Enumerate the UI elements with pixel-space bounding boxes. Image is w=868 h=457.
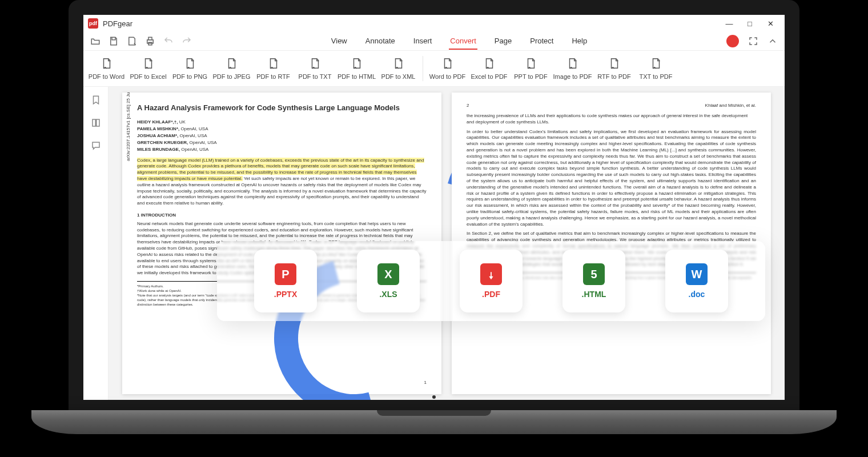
abstract: Codex, a large language model (LLM) trai… (137, 158, 427, 207)
format-card-pdf: .PDF (460, 250, 523, 312)
page-number: 1 (424, 380, 427, 386)
ribbon-pdf-to-rtf[interactable]: PDF to RTF (252, 51, 294, 86)
ribbon-rtf-to-pdf[interactable]: RTF to PDF (593, 51, 635, 86)
ribbon-convert: PDF to WordPDF to ExcelPDF to PNGPDF to … (83, 50, 785, 87)
ribbon-pdf-to-png[interactable]: PDF to PNG (169, 51, 211, 86)
app-icon: pdf (88, 18, 98, 29)
collapse-ribbon-icon[interactable] (767, 36, 778, 46)
paper-title: A Hazard Analysis Framework for Code Syn… (137, 103, 427, 113)
comment-icon[interactable] (91, 141, 101, 151)
ribbon-pdf-to-txt[interactable]: PDF to TXT (294, 51, 336, 86)
format-card-doc: W.doc (665, 250, 728, 312)
ribbon-ppt-to-pdf[interactable]: PPT to PDF (510, 51, 552, 86)
format-card-xls: X.XLS (357, 250, 420, 312)
quick-toolbar: ViewAnnotateInsertConvertPageProtectHelp (83, 32, 785, 50)
ribbon-pdf-to-word[interactable]: PDF to Word (86, 51, 127, 86)
running-header: Khlaaf and Mishkin, et al. (705, 103, 756, 109)
author-list: HEIDY KHLAAF*,†, UKPAMELA MISHKIN*, Open… (137, 119, 427, 153)
page-number: 2 (467, 103, 469, 109)
open-icon[interactable] (90, 36, 101, 46)
save-as-icon[interactable] (127, 36, 137, 46)
svg-rect-3 (93, 119, 95, 126)
svg-rect-1 (148, 37, 152, 40)
ribbon-pdf-to-jpeg[interactable]: PDF to JPEG (211, 51, 252, 86)
sidebar (83, 87, 108, 400)
page2-para: the increasing prevalence of LLMs and th… (467, 113, 756, 126)
ribbon-pdf-to-xml[interactable]: PDF to XML (377, 51, 419, 86)
conversion-cards-overlay: P.PPTXX.XLS.PDF5.HTMLW.doc (217, 241, 765, 321)
menu-annotate[interactable]: Annotate (364, 33, 396, 50)
section-heading: 1 INTRODUCTION (137, 213, 427, 219)
svg-rect-4 (96, 119, 99, 126)
menu-protect[interactable]: Protect (529, 33, 554, 50)
ribbon-word-to-pdf[interactable]: Word to PDF (427, 51, 468, 86)
menu-page[interactable]: Page (493, 33, 513, 50)
menu-help[interactable]: Help (570, 33, 588, 50)
save-icon[interactable] (108, 36, 119, 46)
app-title: PDFgear (103, 19, 132, 28)
laptop-base (31, 410, 837, 434)
menu-view[interactable]: View (330, 33, 348, 50)
page2-para: In order to better understand Codex's li… (467, 129, 756, 228)
menu-insert[interactable]: Insert (412, 33, 433, 50)
title-bar: pdf PDFgear — □ ✕ (83, 15, 785, 32)
main-area: arXiv:2207.14157v1 [cs.SE] 25 Jul 2022 A… (83, 87, 785, 400)
document-viewport[interactable]: arXiv:2207.14157v1 [cs.SE] 25 Jul 2022 A… (108, 87, 785, 400)
user-avatar[interactable] (726, 35, 739, 47)
fullscreen-icon[interactable] (748, 36, 758, 46)
menu-bar: ViewAnnotateInsertConvertPageProtectHelp (330, 33, 588, 50)
maximize-button[interactable]: □ (746, 19, 754, 27)
menu-convert[interactable]: Convert (449, 33, 477, 50)
format-card-html: 5.HTML (562, 250, 625, 312)
ribbon-image-to-pdf[interactable]: Image to PDF (552, 51, 593, 86)
redo-icon[interactable] (182, 36, 192, 46)
close-button[interactable]: ✕ (766, 19, 774, 27)
ribbon-txt-to-pdf[interactable]: TXT to PDF (635, 51, 677, 86)
ribbon-excel-to-pdf[interactable]: Excel to PDF (468, 51, 510, 86)
print-icon[interactable] (145, 36, 155, 46)
laptop-camera (432, 395, 436, 399)
bookmark-icon[interactable] (91, 95, 101, 105)
undo-icon[interactable] (163, 36, 174, 46)
ribbon-pdf-to-excel[interactable]: PDF to Excel (127, 51, 169, 86)
format-card-pptx: P.PPTX (254, 250, 317, 312)
ribbon-separator (423, 56, 423, 81)
ribbon-pdf-to-html[interactable]: PDF to HTML (336, 51, 377, 86)
arxiv-watermark: arXiv:2207.14157v1 [cs.SE] 25 Jul 2022 (126, 93, 132, 161)
minimize-button[interactable]: — (725, 19, 733, 27)
thumbnails-icon[interactable] (91, 118, 101, 128)
